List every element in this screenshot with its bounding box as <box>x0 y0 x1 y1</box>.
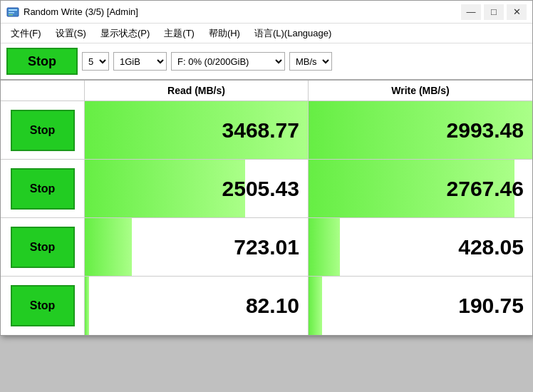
block-size-select[interactable]: 1GiB 512MiB 256MiB <box>113 52 167 71</box>
stop-button-2[interactable]: Stop <box>11 227 75 268</box>
stop-button-3[interactable]: Stop <box>11 285 75 326</box>
write-cell-2: 428.05 <box>309 218 532 276</box>
title-bar: Random Write (3/5) [Admin] — □ ✕ <box>1 1 532 24</box>
read-cell-1: 2505.43 <box>85 160 309 217</box>
menu-bar: 文件(F)设置(S)显示状态(P)主题(T)帮助(H)语言(L)(Languag… <box>1 24 532 43</box>
close-button[interactable]: ✕ <box>507 4 527 20</box>
menu-item-p[interactable]: 显示状态(P) <box>93 25 157 42</box>
stop-button-0[interactable]: Stop <box>11 110 75 151</box>
read-cell-3: 82.10 <box>85 277 309 335</box>
svg-rect-3 <box>9 14 13 16</box>
read-value-3: 82.10 <box>246 294 299 318</box>
menu-item-h[interactable]: 帮助(H) <box>202 25 247 42</box>
read-value-0: 3468.77 <box>222 118 299 143</box>
svg-rect-2 <box>9 12 14 14</box>
svg-rect-1 <box>9 9 17 11</box>
write-value-1: 2767.46 <box>447 177 524 201</box>
title-bar-left: Random Write (3/5) [Admin] <box>6 6 138 19</box>
stop-cell-2: Stop <box>1 218 85 276</box>
minimize-button[interactable]: — <box>461 4 481 20</box>
title-bar-controls: — □ ✕ <box>461 4 527 20</box>
content-area: Read (MB/s) Write (MB/s) Stop3468.772993… <box>1 81 532 335</box>
write-value-0: 2993.48 <box>447 118 524 143</box>
table-row: Stop82.10190.75 <box>1 277 532 335</box>
write-value-3: 190.75 <box>458 294 524 318</box>
table-header: Read (MB/s) Write (MB/s) <box>1 81 532 101</box>
table-row: Stop3468.772993.48 <box>1 101 532 160</box>
header-empty <box>1 81 85 100</box>
unit-select[interactable]: MB/s GB/s <box>289 52 332 71</box>
header-write: Write (MB/s) <box>309 81 532 100</box>
stop-cell-0: Stop <box>1 101 85 159</box>
app-icon <box>6 6 19 19</box>
write-cell-1: 2767.46 <box>309 160 532 217</box>
read-value-2: 723.01 <box>234 235 299 259</box>
table-row: Stop2505.432767.46 <box>1 160 532 218</box>
stop-button-1[interactable]: Stop <box>11 168 75 210</box>
stop-cell-3: Stop <box>1 277 85 335</box>
read-cell-0: 3468.77 <box>85 101 309 159</box>
window-title: Random Write (3/5) [Admin] <box>24 6 138 17</box>
read-cell-2: 723.01 <box>85 218 309 276</box>
main-stop-button[interactable]: Stop <box>6 48 78 75</box>
write-cell-0: 2993.48 <box>309 101 532 159</box>
maximize-button[interactable]: □ <box>484 4 504 20</box>
menu-item-t[interactable]: 主题(T) <box>157 25 202 42</box>
menu-item-f[interactable]: 文件(F) <box>4 25 48 42</box>
header-read: Read (MB/s) <box>85 81 309 100</box>
menu-item-llanguage[interactable]: 语言(L)(Language) <box>247 25 338 42</box>
write-cell-3: 190.75 <box>309 277 532 335</box>
table-row: Stop723.01428.05 <box>1 218 532 277</box>
queue-depth-select[interactable]: 5 1 2 4 8 <box>82 52 109 71</box>
write-value-2: 428.05 <box>458 235 524 259</box>
table-body: Stop3468.772993.48Stop2505.432767.46Stop… <box>1 101 532 335</box>
stop-cell-1: Stop <box>1 160 85 217</box>
main-window: Random Write (3/5) [Admin] — □ ✕ 文件(F)设置… <box>0 0 533 336</box>
drive-select[interactable]: F: 0% (0/200GiB) <box>171 52 285 71</box>
read-value-1: 2505.43 <box>222 177 299 201</box>
toolbar: Stop 5 1 2 4 8 1GiB 512MiB 256MiB F: 0% … <box>1 43 532 81</box>
menu-item-s[interactable]: 设置(S) <box>48 25 93 42</box>
